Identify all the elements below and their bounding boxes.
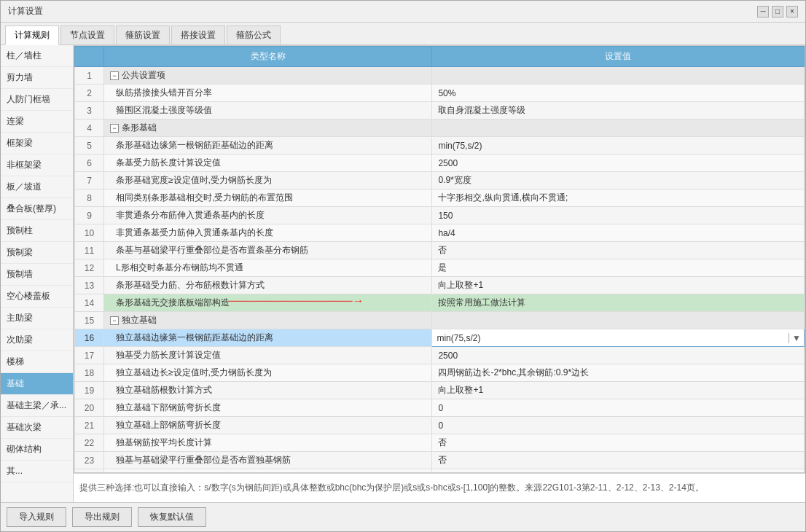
table-row: 6 条基受力筋长度计算设定值 2500: [75, 154, 805, 172]
row-value[interactable]: min(75,s/2) ▼: [432, 329, 805, 347]
table-row: 18 独立基础边长≥设定值时,受力钢筋长度为 四周钢筋边长-2*bhc,其余钢筋…: [75, 364, 805, 382]
row-number: 11: [75, 242, 104, 259]
row-label: 独立基础上部钢筋弯折长度: [104, 417, 432, 434]
table-row: 1 －公共设置项: [75, 67, 805, 85]
row-number: 10: [75, 224, 104, 242]
row-label: －条形基础: [104, 120, 432, 137]
row-number: 6: [75, 154, 104, 172]
sidebar-item-civil-defense[interactable]: 人防门框墙: [1, 89, 73, 111]
row-label: 箍围区混凝土强度等级值: [104, 102, 432, 120]
main-window: 计算设置 ─ □ × 计算规则 节点设置 箍筋设置 搭接设置 箍筋公式 柱／墙柱…: [0, 0, 806, 532]
table-row: 21 独立基础上部钢筋弯折长度 0: [75, 417, 805, 434]
row-value: ha/4: [432, 224, 805, 242]
row-label: 独立基础边长≥设定值时,受力钢筋长度为: [104, 364, 432, 382]
sidebar: 柱／墙柱 剪力墙 人防门框墙 连梁 框架梁 非框架梁 板／坡道 叠合板(整厚) …: [1, 45, 74, 502]
row-label: 条基与基础梁平行重叠部位是否布置条基分布钢筋: [104, 242, 432, 259]
sidebar-item-composite-slab[interactable]: 叠合板(整厚): [1, 198, 73, 220]
sidebar-item-coupling-beam[interactable]: 连梁: [1, 111, 73, 133]
sidebar-item-foundation-sec-beam[interactable]: 基础次梁: [1, 417, 73, 439]
dropdown-value: min(75,s/2): [432, 331, 485, 345]
row-label: 独立基础筋根数计算方式: [104, 382, 432, 399]
sidebar-item-precast-beam[interactable]: 预制梁: [1, 242, 73, 264]
settings-table: 类型名称 设置值 1 －公共设置项 2: [74, 46, 805, 473]
row-number: 21: [75, 417, 104, 434]
row-label: 独基与基础梁平行重叠部位是否布置独基钢筋: [104, 452, 432, 469]
tab-splice-settings[interactable]: 搭接设置: [171, 26, 225, 44]
tab-bar: 计算规则 节点设置 箍筋设置 搭接设置 箍筋公式: [1, 23, 805, 45]
settings-table-container[interactable]: 类型名称 设置值 1 －公共设置项 2: [74, 45, 805, 473]
row-number: 7: [75, 172, 104, 189]
sidebar-item-precast-col[interactable]: 预制柱: [1, 220, 73, 242]
red-arrow: ───────────────→: [228, 294, 364, 308]
row-label: 条基受力筋长度计算设定值: [104, 154, 432, 172]
table-row: 11 条基与基础梁平行重叠部位是否布置条基分布钢筋 否: [75, 242, 805, 259]
row-value: 150: [432, 207, 805, 224]
col-name-header: 类型名称: [104, 47, 432, 67]
table-row: 10 非贯通条基受力筋伸入贯通条基内的长度 ha/4: [75, 224, 805, 242]
table-row: 19 独立基础筋根数计算方式 向上取整+1: [75, 382, 805, 399]
row-label: L形相交时条基分布钢筋均不贯通: [104, 259, 432, 277]
sidebar-item-slab-ramp[interactable]: 板／坡道: [1, 176, 73, 198]
sidebar-item-hollow-slab[interactable]: 空心楼盖板: [1, 286, 73, 308]
row-number: 14: [75, 294, 104, 312]
table-row: 14 条形基础无交接底板端部构造 ───────────────→ 按照常用施工…: [75, 294, 805, 312]
row-number: 8: [75, 189, 104, 207]
sidebar-item-nonframe-beam[interactable]: 非框架梁: [1, 154, 73, 176]
status-text: 提供三种选择:也可以直接输入：s/数字(s为钢筋间距)或具体整数或bhc(bhc…: [79, 482, 704, 494]
row-number: 20: [75, 399, 104, 417]
tab-stirrup-formula[interactable]: 箍筋公式: [227, 26, 281, 44]
export-rules-button[interactable]: 导出规则: [72, 507, 132, 527]
dropdown-arrow-icon[interactable]: ▼: [789, 333, 804, 343]
tab-node-settings[interactable]: 节点设置: [60, 26, 114, 44]
sidebar-item-other[interactable]: 其...: [1, 461, 73, 482]
table-row: 22 独基钢筋按平均长度计算 否: [75, 434, 805, 452]
sidebar-item-foundation-main-beam[interactable]: 基础主梁／承...: [1, 395, 73, 417]
table-row: 23 独基与基础梁平行重叠部位是否布置独基钢筋 否: [75, 452, 805, 469]
sidebar-item-stair[interactable]: 楼梯: [1, 351, 73, 373]
row-value: 取自身混凝土强度等级: [432, 102, 805, 120]
sidebar-item-shear-wall[interactable]: 剪力墙: [1, 67, 73, 89]
content-area: 柱／墙柱 剪力墙 人防门框墙 连梁 框架梁 非框架梁 板／坡道 叠合板(整厚) …: [1, 45, 805, 502]
close-button[interactable]: ×: [786, 6, 798, 17]
row-label: 独立基础边缘第一根钢筋距基础边的距离: [104, 329, 432, 347]
sidebar-item-main-rib[interactable]: 主助梁: [1, 308, 73, 329]
table-row: 16 独立基础边缘第一根钢筋距基础边的距离 min(75,s/2) ▼: [75, 329, 805, 347]
row-label: 纵筋搭接接头错开百分率: [104, 85, 432, 102]
sidebar-item-masonry[interactable]: 砌体结构: [1, 439, 73, 461]
restore-defaults-button[interactable]: 恢复默认值: [138, 507, 206, 527]
table-row: 3 箍围区混凝土强度等级值 取自身混凝土强度等级: [75, 102, 805, 120]
row-number: 18: [75, 364, 104, 382]
tab-stirrup-settings[interactable]: 箍筋设置: [116, 26, 170, 44]
table-row: 4 －条形基础: [75, 120, 805, 137]
row-number: 22: [75, 434, 104, 452]
row-number: 19: [75, 382, 104, 399]
collapse-icon[interactable]: －: [110, 316, 119, 325]
row-label: 独立基础下部钢筋弯折长度: [104, 399, 432, 417]
row-value: min(75,s/2): [432, 137, 805, 154]
row-label: 非贯通条分布筋伸入贯通条基内的长度: [104, 207, 432, 224]
row-label: 条形基础宽度≥设定值时,受力钢筋长度为: [104, 172, 432, 189]
maximize-button[interactable]: □: [772, 6, 783, 17]
sidebar-item-foundation[interactable]: 基础: [1, 373, 73, 395]
row-number: 5: [75, 137, 104, 154]
row-number: 12: [75, 259, 104, 277]
status-bar: 提供三种选择:也可以直接输入：s/数字(s为钢筋间距)或具体整数或bhc(bhc…: [74, 473, 805, 502]
row-value: 十字形相交,纵向贯通,横向不贯通;: [432, 189, 805, 207]
sidebar-item-secondary-rib[interactable]: 次助梁: [1, 329, 73, 351]
sidebar-item-precast-wall[interactable]: 预制墙: [1, 264, 73, 286]
row-value: [432, 67, 805, 85]
row-value: 是: [432, 259, 805, 277]
collapse-icon[interactable]: －: [110, 71, 119, 80]
row-value: 2500: [432, 154, 805, 172]
minimize-button[interactable]: ─: [757, 6, 769, 17]
row-number: 3: [75, 102, 104, 120]
import-rules-button[interactable]: 导入规则: [7, 507, 66, 527]
row-label: 独基钢筋按平均长度计算: [104, 434, 432, 452]
sidebar-item-frame-beam[interactable]: 框架梁: [1, 133, 73, 154]
collapse-icon[interactable]: －: [110, 124, 119, 133]
row-label: 条形基础边缘第一根钢筋距基础边的距离: [104, 137, 432, 154]
dropdown-cell[interactable]: min(75,s/2) ▼: [432, 331, 804, 345]
table-row: 15 －独立基础: [75, 312, 805, 329]
sidebar-item-column-wall[interactable]: 柱／墙柱: [1, 45, 73, 67]
tab-calc-rules[interactable]: 计算规则: [5, 26, 59, 45]
